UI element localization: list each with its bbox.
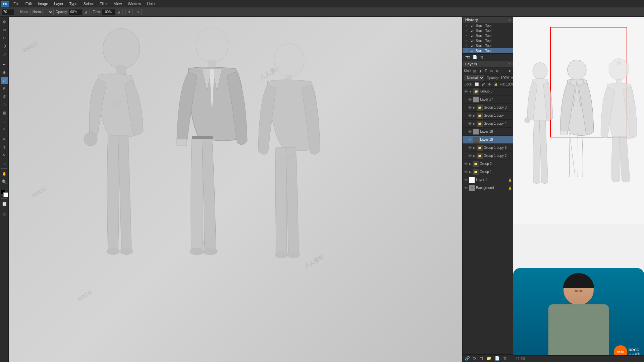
menu-window[interactable]: Window — [125, 1, 144, 6]
history-panel-menu[interactable]: ≡ — [508, 18, 511, 22]
layer-1[interactable]: 👁 Layer 1 🔒 — [463, 176, 513, 184]
flow-input[interactable] — [102, 9, 115, 15]
layer-vis-g1c[interactable]: 👁 — [468, 114, 472, 118]
link-layers-btn[interactable]: 🔗 — [464, 356, 471, 361]
layer-group1copy5[interactable]: 👁 ▶ 📁 Group 1 copy 5 — [463, 144, 513, 152]
layer-17[interactable]: 👁 Layer 17 — [463, 96, 513, 104]
g1c-arrow[interactable]: ▶ — [473, 114, 475, 117]
layers-panel-header[interactable]: Layers ≡ — [463, 61, 513, 67]
history-brush-tool[interactable]: ↺ — [1, 93, 8, 100]
delete-layer-btn[interactable]: 🗑 — [502, 356, 508, 361]
pen-tool[interactable]: ✏ — [1, 135, 8, 143]
spot-heal-tool[interactable]: ⊕ — [1, 69, 8, 76]
new-layer-btn[interactable]: 📄 — [494, 356, 501, 361]
mode-select[interactable]: Normal — [30, 9, 54, 15]
layer-vis-1[interactable]: 👁 — [464, 178, 468, 182]
menu-select[interactable]: Select — [81, 1, 97, 6]
history-item-2[interactable]: ✓ 🖌 Brush Tool — [463, 33, 513, 38]
layer-group1copy3[interactable]: 👁 ▶ 📁 Group 1 copy 3 — [463, 104, 513, 112]
menu-filter[interactable]: Filter — [97, 1, 110, 6]
lock-image-btn[interactable]: 🖌 — [481, 82, 486, 86]
brush-tool[interactable]: 🖌 — [1, 77, 8, 84]
layer-vis-18[interactable]: 👁 — [468, 130, 472, 134]
add-mask-btn[interactable]: ◻ — [479, 356, 484, 361]
menu-edit[interactable]: Edit — [23, 1, 35, 6]
history-panel-header[interactable]: History ≡ — [463, 17, 513, 23]
blur-tool[interactable]: ◌ — [1, 117, 8, 124]
filter-pixel-btn[interactable]: ▤ — [472, 69, 477, 73]
menu-help[interactable]: Help — [144, 1, 157, 6]
history-item-1[interactable]: ✓ 🖌 Brush Tool — [463, 28, 513, 33]
crop-tool[interactable]: ⊡ — [1, 50, 8, 58]
layer-background[interactable]: 👁 👤 Background 🔒 — [463, 184, 513, 192]
layer-vis-g1c2[interactable]: 👁 — [468, 154, 472, 158]
menu-type[interactable]: Type — [67, 1, 80, 6]
layer-group1copy2[interactable]: 👁 ▶ 📁 Group 1 copy 2 — [463, 152, 513, 160]
history-item-5[interactable]: ✓ 🖌 Brush Tool — [463, 48, 513, 53]
add-style-btn[interactable]: fx — [472, 356, 477, 361]
g2-arrow[interactable]: ▶ — [469, 162, 471, 166]
background-swatch[interactable] — [3, 192, 8, 197]
menu-layer[interactable]: Layer — [51, 1, 66, 6]
move-tool[interactable]: ✥ — [1, 18, 8, 25]
g1c4-arrow[interactable]: ▶ — [473, 122, 475, 125]
layer-group1copy4[interactable]: 👁 ▶ 📁 Group 1 copy 4 — [463, 120, 513, 128]
lock-all-btn[interactable]: 🔒 — [493, 82, 499, 86]
g1c5-arrow[interactable]: ▶ — [473, 146, 475, 149]
history-delete-btn[interactable]: 🗑 — [479, 55, 484, 60]
quick-select-tool[interactable]: ⬡ — [1, 42, 8, 50]
new-group-btn[interactable]: 📁 — [485, 356, 492, 361]
path-select-tool[interactable]: ↖ — [1, 152, 8, 159]
menu-image[interactable]: Image — [35, 1, 51, 6]
layer-group1[interactable]: 👁 ▶ 📁 Group 1 — [463, 168, 513, 176]
lock-transparent-btn[interactable]: ⬜ — [474, 82, 480, 86]
brush-smoothing-btn[interactable]: ∿ — [135, 9, 142, 15]
opacity-input[interactable] — [69, 9, 82, 15]
menu-file[interactable]: File — [11, 1, 22, 6]
g1c2-arrow[interactable]: ▶ — [473, 154, 475, 158]
text-tool[interactable]: T — [1, 143, 8, 151]
layer-vis-g2[interactable]: 👁 — [464, 162, 468, 166]
layer-group3[interactable]: 👁 ▼ 📁 Group 3 — [463, 87, 513, 96]
history-item-3[interactable]: ✓ 🖌 Brush Tool — [463, 38, 513, 43]
menu-view[interactable]: View — [111, 1, 125, 6]
g1-arrow[interactable]: ▶ — [469, 170, 471, 174]
lasso-tool[interactable]: ⊙ — [1, 34, 8, 42]
layer-vis-group3[interactable]: 👁 — [464, 89, 468, 94]
layer-group1copy[interactable]: 👁 ▶ 📁 Group 1 copy — [463, 112, 513, 120]
layer-vis-g1[interactable]: 👁 — [464, 170, 468, 174]
shape-tool[interactable]: ▭ — [1, 160, 8, 167]
lock-position-btn[interactable]: ✥ — [487, 82, 492, 86]
layer-vis-g1c5[interactable]: 👁 — [468, 146, 472, 150]
layer-vis-19[interactable]: 👁 — [468, 138, 472, 142]
layer-vis-g1c3[interactable]: 👁 — [468, 106, 472, 110]
layer-18[interactable]: 👁 Layer 18 — [463, 128, 513, 136]
filter-adjust-btn[interactable]: ◑ — [478, 69, 483, 73]
color-swatches[interactable] — [1, 190, 8, 197]
history-snapshot-btn[interactable]: 📷 — [465, 55, 471, 60]
clone-tool[interactable]: ⎘ — [1, 85, 8, 92]
brush-size-input[interactable] — [2, 9, 14, 15]
filter-on-btn[interactable]: ● — [507, 68, 512, 73]
zoom-tool[interactable]: 🔍 — [1, 178, 8, 185]
layer-group2[interactable]: 👁 ▶ 📁 Group 2 — [463, 160, 513, 168]
layer-vis-g1c4[interactable]: 👁 — [468, 122, 472, 126]
blend-mode-select[interactable]: Normal — [465, 75, 484, 80]
hand-tool[interactable]: ✋ — [1, 170, 8, 177]
screen-mode-btn[interactable]: ⬛ — [1, 210, 8, 218]
filter-shape-btn[interactable]: ▭ — [489, 69, 494, 73]
eraser-tool[interactable]: ◻ — [1, 101, 8, 108]
history-item-0[interactable]: ✓ 🖌 Brush Tool — [463, 23, 513, 28]
eyedropper-tool[interactable]: ✒ — [1, 61, 8, 68]
dodge-tool[interactable]: ○ — [1, 125, 8, 132]
filter-smart-btn[interactable]: ⚙ — [495, 69, 500, 73]
opacity-options-btn[interactable]: ▾ — [510, 76, 513, 80]
layer-19[interactable]: 👁 Layer 19 — [463, 136, 513, 144]
marquee-tool[interactable]: ▭ — [1, 26, 8, 34]
history-new-doc-btn[interactable]: 📄 — [472, 55, 478, 60]
layers-panel-menu[interactable]: ≡ — [508, 62, 511, 66]
gradient-tool[interactable]: ▦ — [1, 109, 8, 116]
airbrush-btn[interactable]: ✦ — [125, 9, 133, 15]
g1c3-arrow[interactable]: ▶ — [473, 106, 475, 109]
filter-type-btn[interactable]: T — [484, 69, 488, 73]
